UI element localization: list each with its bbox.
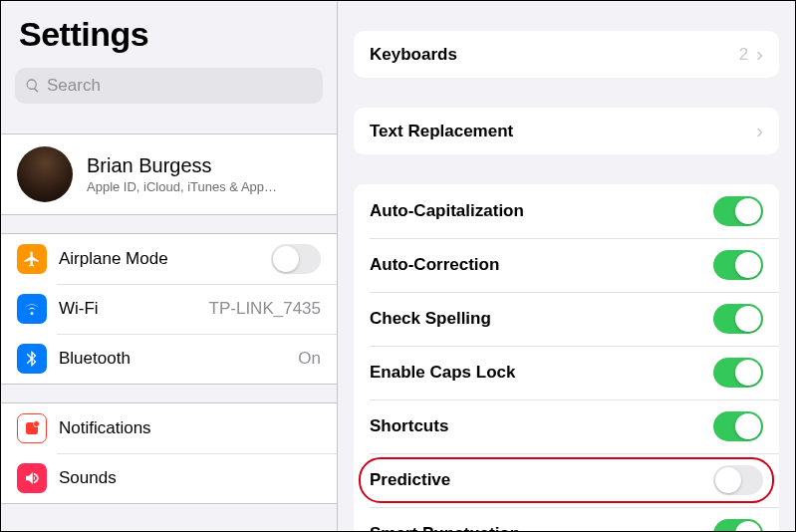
row-label: Auto-Capitalization <box>370 201 713 221</box>
sidebar-header: Settings <box>1 1 337 62</box>
row-label: Airplane Mode <box>59 249 271 269</box>
option-toggle[interactable] <box>713 304 763 334</box>
svg-point-1 <box>34 421 40 427</box>
detail-row-option[interactable]: Smart Punctuation <box>354 507 779 531</box>
sidebar-item-wifi[interactable]: Wi-Fi TP-LINK_7435 <box>1 284 337 334</box>
detail-row-text-replacement[interactable]: Text Replacement › <box>354 108 779 154</box>
option-toggle[interactable] <box>713 519 763 531</box>
row-label: Shortcuts <box>370 416 713 436</box>
bluetooth-status-value: On <box>298 349 321 369</box>
row-label: Text Replacement <box>370 122 748 141</box>
row-label: Smart Punctuation <box>370 524 713 531</box>
row-label: Check Spelling <box>370 309 713 329</box>
detail-row-option[interactable]: Auto-Correction <box>354 238 779 292</box>
row-label: Notifications <box>59 418 321 438</box>
search-input[interactable]: Search <box>15 68 323 104</box>
airplane-icon <box>17 244 47 274</box>
detail-row-option[interactable]: Check Spelling <box>354 292 779 346</box>
detail-row-option[interactable]: Enable Caps Lock <box>354 346 779 399</box>
sidebar-item-notifications[interactable]: Notifications <box>1 403 337 453</box>
detail-group-keyboards: Keyboards 2 › <box>354 31 779 78</box>
wifi-icon <box>17 294 47 324</box>
row-label: Bluetooth <box>59 349 298 369</box>
option-toggle[interactable] <box>713 465 763 495</box>
search-icon <box>25 78 41 94</box>
search-placeholder: Search <box>47 76 101 96</box>
wifi-network-value: TP-LINK_7435 <box>209 299 321 319</box>
row-label: Sounds <box>59 468 321 488</box>
keyboards-count: 2 <box>739 45 748 65</box>
option-toggle[interactable] <box>713 196 763 226</box>
detail-row-option[interactable]: Predictive <box>354 453 779 507</box>
detail-row-option[interactable]: Auto-Capitalization <box>354 184 779 238</box>
profile-name: Brian Burgess <box>87 154 277 177</box>
option-toggle[interactable] <box>713 358 763 388</box>
bluetooth-icon <box>17 344 47 374</box>
sidebar-item-bluetooth[interactable]: Bluetooth On <box>1 334 337 384</box>
airplane-mode-toggle[interactable] <box>271 244 321 274</box>
sidebar-item-sounds[interactable]: Sounds <box>1 453 337 503</box>
row-label: Auto-Correction <box>370 255 713 275</box>
option-toggle[interactable] <box>713 411 763 441</box>
sidebar-item-airplane[interactable]: Airplane Mode <box>1 234 337 284</box>
row-label: Enable Caps Lock <box>370 363 713 383</box>
sidebar-group-alerts: Notifications Sounds <box>1 402 337 504</box>
profile-subtitle: Apple ID, iCloud, iTunes & App… <box>87 179 277 194</box>
page-title: Settings <box>19 15 319 54</box>
detail-row-keyboards[interactable]: Keyboards 2 › <box>354 31 779 78</box>
chevron-right-icon: › <box>756 43 763 66</box>
detail-group-keyboard-options: Auto-CapitalizationAuto-CorrectionCheck … <box>354 184 779 531</box>
detail-pane: Keyboards 2 › Text Replacement › Auto-Ca… <box>338 1 795 531</box>
sidebar: Settings Search Brian Burgess Apple ID, … <box>1 1 338 531</box>
avatar <box>17 146 73 202</box>
row-label: Wi-Fi <box>59 299 209 319</box>
sidebar-item-profile[interactable]: Brian Burgess Apple ID, iCloud, iTunes &… <box>1 133 337 215</box>
detail-group-text-replacement: Text Replacement › <box>354 108 779 154</box>
option-toggle[interactable] <box>713 250 763 280</box>
sounds-icon <box>17 463 47 493</box>
detail-row-option[interactable]: Shortcuts <box>354 399 779 453</box>
notifications-icon <box>17 413 47 443</box>
chevron-right-icon: › <box>756 120 763 142</box>
sidebar-group-connectivity: Airplane Mode Wi-Fi TP-LINK_7435 Bluetoo… <box>1 233 337 385</box>
row-label: Predictive <box>370 470 713 490</box>
row-label: Keyboards <box>370 45 739 65</box>
